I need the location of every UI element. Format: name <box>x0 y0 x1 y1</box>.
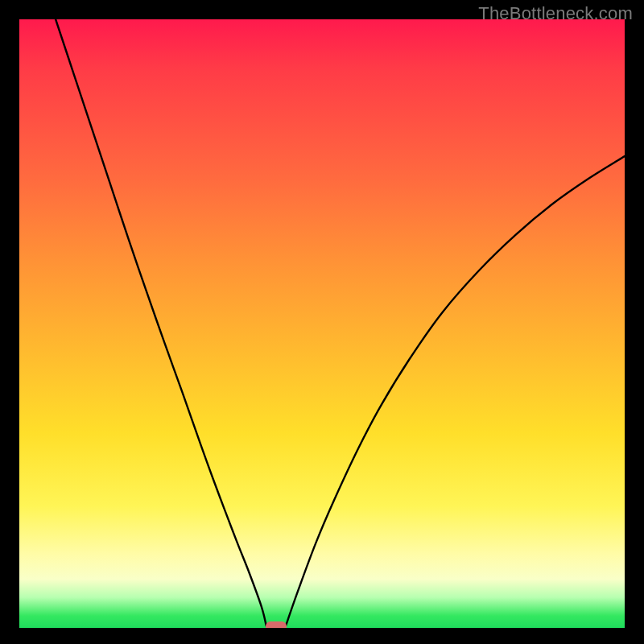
curve-layer <box>19 19 625 628</box>
minimum-marker <box>266 621 287 628</box>
curve-right <box>286 156 625 626</box>
curve-left <box>56 19 266 626</box>
plot-area <box>19 19 625 628</box>
chart-frame: TheBottleneck.com <box>0 0 644 644</box>
